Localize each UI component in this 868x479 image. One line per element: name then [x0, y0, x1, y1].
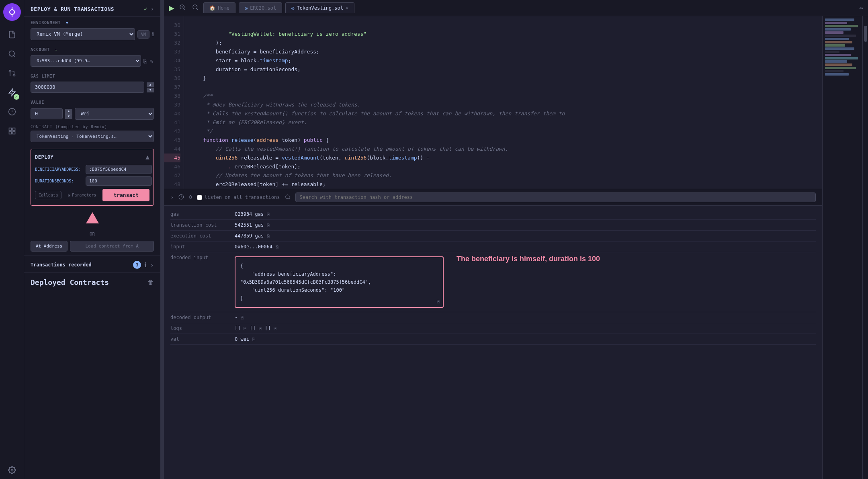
time-icon [178, 194, 184, 201]
account-row: 0x5B3...eddC4 (99.9… ⎘ ✎ [24, 53, 160, 70]
decoded-output-label: decoded output [170, 315, 235, 320]
sidebar-icon-deploy[interactable]: ✓ [3, 84, 21, 101]
deploy-panel: DEPLOY & RUN TRANSACTIONS ✓ › ENVIRONMEN… [24, 0, 161, 479]
sidebar-icon-git[interactable] [3, 64, 21, 82]
edit-account-btn[interactable]: ✎ [149, 57, 154, 65]
svg-rect-13 [9, 128, 11, 131]
scrollbar-thumb[interactable] [864, 26, 867, 42]
transactions-info-icon[interactable]: ℹ [144, 261, 147, 269]
svg-point-4 [9, 51, 14, 56]
panel-divider[interactable] [161, 0, 164, 479]
tab-home[interactable]: 🏠 Home [203, 2, 235, 13]
transactions-expand-icon[interactable]: › [150, 261, 154, 269]
environment-select[interactable]: Remix VM (Merge) [31, 28, 135, 40]
home-tab-label: Home [218, 5, 229, 11]
tx-row-gas: gas 023934 gas ⎘ [170, 209, 816, 220]
tx-row-transaction-cost: transaction cost 542551 gas ⎘ [170, 220, 816, 231]
execution-cost-value: 447859 gas ⎘ [235, 233, 270, 239]
code-area: 3031323334 3536373839 4041424344 45 4647… [164, 16, 822, 189]
icon-sidebar: ✓ [0, 0, 24, 479]
account-select[interactable]: 0x5B3...eddC4 (99.9… [31, 55, 141, 67]
calldata-btn[interactable]: Calldata [35, 191, 61, 199]
contract-label: CONTRACT (Compiled by Remix) [31, 125, 154, 129]
transact-btn[interactable]: transact [102, 189, 149, 201]
tokenvesting-tab-icon: ◎ [291, 5, 294, 11]
svg-marker-18 [86, 212, 99, 223]
logs-copy-btn-2[interactable]: ⎘ [259, 326, 262, 331]
beneficiary-input[interactable] [86, 165, 152, 174]
account-label: ACCOUNT + [24, 43, 160, 53]
deployed-contracts-trash-icon[interactable]: 🗑 [147, 278, 154, 286]
gas-limit-up-btn[interactable]: ▲ [147, 82, 154, 87]
bottom-expand-btn[interactable]: › [170, 194, 174, 201]
transaction-cost-value: 542551 gas ⎘ [235, 222, 270, 228]
copy-account-btn[interactable]: ⎘ [143, 57, 147, 65]
app-logo[interactable] [3, 3, 21, 21]
svg-point-27 [285, 194, 289, 198]
val-value: 0 wei ⎘ [235, 336, 255, 342]
value-down-btn[interactable]: ▼ [65, 114, 72, 119]
environment-info-btn[interactable]: ℹ [152, 31, 154, 37]
top-bar: ▶ 🏠 Home ◎ ERC20.sol ◎ TokenVesting.sol … [164, 0, 868, 16]
sidebar-icon-debug[interactable] [3, 103, 21, 121]
contract-select[interactable]: TokenVesting - TokenVesting.s… [31, 131, 154, 142]
decoded-output-copy-btn[interactable]: ⎘ [241, 315, 244, 320]
line-numbers: 3031323334 3536373839 4041424344 45 4647… [164, 16, 184, 189]
search-icon-tx [285, 194, 291, 201]
input-copy-btn[interactable]: ⎘ [276, 244, 278, 249]
value-unit-select[interactable]: Wei [75, 108, 154, 120]
deploy-actions: Calldata ⎘ Parameters transact [35, 189, 149, 201]
expand-icon[interactable]: › [151, 6, 154, 12]
input-value: 0x60e...00064 ⎘ [235, 244, 278, 250]
deploy-box-collapse-icon[interactable]: ▲ [145, 153, 149, 161]
decoded-input-content: { "address beneficiaryAddress": "0x5B38D… [240, 262, 438, 302]
svg-line-20 [184, 8, 185, 10]
main-expand-icon[interactable]: ⇔ [859, 4, 863, 12]
value-label: VALUE [24, 96, 160, 106]
tab-erc20[interactable]: ◎ ERC20.sol [239, 2, 282, 13]
gas-limit-down-btn[interactable]: ▼ [147, 88, 154, 92]
copy-params-icon: ⎘ [68, 193, 70, 197]
logs-copy-btn-1[interactable]: ⎘ [244, 326, 246, 331]
vm-badge: VM [137, 30, 149, 39]
tab-tokenvesting[interactable]: ◎ TokenVesting.sol ✕ [285, 2, 354, 13]
gas-limit-input[interactable] [31, 82, 144, 93]
listen-checkbox-input[interactable] [197, 195, 202, 200]
tx-row-execution-cost: execution cost 447859 gas ⎘ [170, 231, 816, 242]
zoom-out-btn[interactable] [190, 3, 200, 13]
gas-copy-btn[interactable]: ⎘ [267, 212, 270, 217]
tx-count: 0 [189, 194, 192, 200]
code-content: "VestingWallet: beneficiary is zero addr… [184, 16, 822, 189]
sidebar-icon-plugins[interactable] [3, 122, 21, 140]
main-scrollbar[interactable] [862, 16, 868, 479]
transaction-cost-copy-btn[interactable]: ⎘ [267, 223, 270, 227]
tokenvesting-tab-close[interactable]: ✕ [346, 5, 348, 11]
tx-row-decoded-input: decoded input { "address beneficiaryAddr… [170, 252, 816, 312]
listen-checkbox[interactable]: listen on all transactions [197, 194, 280, 200]
deploy-box: DEPLOY ▲ BENEFICIARYADDRESS: DURATIONSEC… [31, 149, 154, 206]
sidebar-icon-files[interactable] [3, 26, 21, 43]
logs-copy-btn-3[interactable]: ⎘ [274, 326, 276, 331]
decoded-input-copy-btn[interactable]: ⎘ [437, 299, 440, 304]
decoded-output-value: - ⎘ [235, 315, 244, 320]
sidebar-icon-settings[interactable] [3, 461, 21, 479]
at-address-btn[interactable]: At Address [31, 241, 68, 252]
load-contract-btn[interactable]: Load contract from A [70, 241, 154, 252]
sidebar-icon-search[interactable] [3, 45, 21, 63]
value-amount-input[interactable] [31, 108, 63, 119]
svg-rect-14 [12, 128, 15, 131]
val-copy-btn[interactable]: ⎘ [252, 337, 255, 342]
svg-point-17 [11, 469, 13, 471]
tx-row-decoded-output: decoded output - ⎘ [170, 312, 816, 323]
logs-label: logs [170, 325, 235, 331]
zoom-in-btn[interactable] [178, 3, 187, 13]
run-btn[interactable]: ▶ [169, 4, 174, 12]
svg-point-7 [9, 70, 11, 72]
parameters-btn[interactable]: ⎘ Parameters [65, 191, 99, 199]
tx-search-input[interactable] [295, 192, 816, 202]
tokenvesting-tab-label: TokenVesting.sol [297, 5, 343, 11]
duration-input[interactable] [86, 176, 152, 186]
value-up-btn[interactable]: ▲ [65, 109, 72, 114]
execution-cost-copy-btn[interactable]: ⎘ [267, 233, 270, 238]
tx-toolbar: › 0 listen on all transactions [164, 189, 822, 206]
